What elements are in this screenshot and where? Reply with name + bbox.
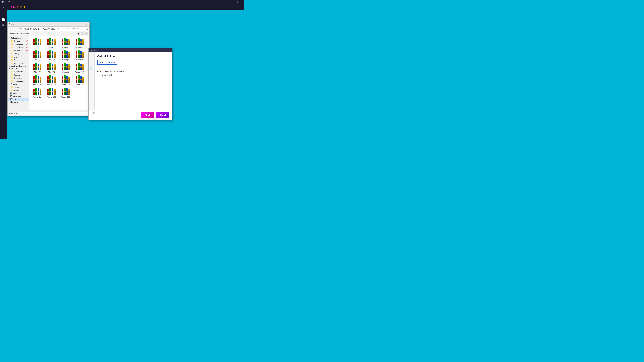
output-main: Output Folder TAP TO CHOOSE File(s) to b… [94, 52, 172, 110]
filename-input[interactable] [19, 112, 88, 115]
refresh-button[interactable]: ↻ [19, 27, 23, 31]
sidebar-item-3dobjects[interactable]: 📁 3D Objects [8, 70, 29, 73]
sidebar-item-pictures2[interactable]: 📁 Pictures [8, 86, 29, 89]
sidebar-item-winrar-sep[interactable]: 📁 WINRAR SEP 13 [8, 62, 29, 65]
file-item-390609[interactable]: 390609 [45, 37, 58, 49]
pin-icon-4: 📌 [26, 50, 28, 51]
this-pc-label: This PC [11, 68, 18, 70]
sidebar-item-documents2[interactable]: 📁 Documents [8, 76, 29, 80]
file-item-winrar18[interactable]: Winrar (18) [73, 75, 86, 86]
tap-choose-button[interactable]: TAP TO CHOOSE [97, 60, 118, 65]
file-item-winrar1[interactable]: Winrar (1) [59, 37, 72, 49]
sidebar-item-videos[interactable]: 📁 Videos [8, 89, 29, 92]
list-view-btn[interactable]: ☰ [81, 32, 84, 35]
output-back-icon[interactable]: ← [89, 54, 94, 58]
grid-view-btn[interactable]: ▦ [77, 32, 80, 35]
file-label: Winrar (12) [47, 84, 56, 86]
sidebar-item-oned[interactable]: 📁 ONE (D:) [8, 52, 29, 55]
file-item-winrar11[interactable]: Winrar (11) [31, 75, 44, 86]
help-btn[interactable]: ? [85, 32, 88, 35]
sidebar-item-desktop[interactable]: 📁 Desktop 📌 [8, 39, 29, 42]
minimize-btn[interactable]: ─ [233, 1, 236, 3]
output-restore-btn[interactable]: □ [165, 49, 167, 52]
file-item-winrar17[interactable]: Winrar (17) [59, 75, 72, 86]
oned-folder-icon: 📁 [10, 52, 13, 55]
this-pc-header[interactable]: ▼ This PC [8, 67, 29, 70]
documents2-icon: 📁 [10, 77, 13, 79]
sidebar-item-downloads2[interactable]: 📁 Downloads [8, 80, 29, 83]
file-item-winrar10[interactable]: Winrar (10) [73, 62, 86, 74]
file-item-winrar8[interactable]: Winrar (8) [45, 62, 58, 74]
file-label: 390609 [49, 46, 54, 48]
dialog-title-text: Open [9, 23, 14, 25]
search-placeholder: Search 4k [71, 28, 79, 30]
sidebar-item-temp[interactable]: 📁 temp [8, 55, 29, 58]
back-button[interactable]: ← [8, 27, 12, 31]
dialog-close-button[interactable]: ✕ [85, 23, 88, 26]
sidebar-item-osc[interactable]: 💾 OS (C:) [8, 92, 29, 95]
sidebar-item-documents[interactable]: 📁 Documents 📌 [8, 46, 29, 49]
downloads-folder-icon: 📁 [10, 43, 13, 45]
settings-icon[interactable]: ⚙ [91, 110, 96, 115]
quick-access-label: Quick access [11, 37, 22, 39]
file-item-winrar9[interactable]: Winrar (9) [59, 62, 72, 74]
sidebar-item-oned2[interactable]: 💾 ONE (D:) [8, 95, 29, 98]
pin-icon-3: 📌 [26, 46, 28, 48]
sidebar-item-temp2[interactable]: 📁 Temp [8, 58, 29, 62]
file-item-winrar2[interactable]: Winrar (2) [73, 37, 86, 49]
list-icon[interactable]: ☰ [1, 23, 6, 28]
abort-button[interactable]: Abort [156, 112, 170, 118]
file-item-winrar7[interactable]: Winrar (7) [31, 62, 44, 74]
search-icon[interactable]: 🔍 [86, 28, 88, 30]
output-close-btn[interactable]: ✕ [168, 49, 171, 52]
back-nav-icon[interactable]: ← [1, 5, 6, 10]
file-label: Winrar (10) [76, 71, 84, 73]
pin-icon-2: 📌 [26, 43, 28, 45]
file-label: Winrar (7) [34, 71, 41, 73]
home-icon[interactable]: ⌂ [1, 11, 6, 16]
sidebar-item-music[interactable]: 🎵 Music [8, 83, 29, 86]
file-item-winrar5[interactable]: Winrar (5) [59, 50, 72, 61]
title-bar: RAR PRO ─ □ ✕ [0, 0, 244, 4]
onedrive-header[interactable]: ▶ OneDrive - Personal [8, 65, 29, 67]
file-icon[interactable]: 📄 [1, 17, 6, 22]
desktop-folder-icon: 📁 [10, 40, 13, 42]
file-item-winrar20[interactable]: Winrar (20) [45, 87, 58, 99]
sidebar-item-desktop2[interactable]: 📁 Desktop [8, 73, 29, 76]
new-folder-button[interactable]: New folder [20, 33, 29, 35]
breadcrumb-dropdown[interactable]: ▼ [67, 28, 69, 30]
sidebar-item-twoe[interactable]: 💾 TWO (E:) [8, 98, 29, 100]
sidebar-item-downloads[interactable]: 📁 Downloads 📌 [8, 42, 29, 46]
output-list-icon[interactable]: ☰ [89, 73, 94, 77]
output-dialog: RAR PRO ─ □ ✕ ← ⌂ 📄 ☰ Output Folder TAP … [88, 48, 172, 120]
file-item-winrar21[interactable]: Winrar (21) [59, 87, 72, 99]
network-header[interactable]: ▶ Network [8, 100, 29, 103]
sidebar-item-pictures[interactable]: 📁 Pictures 📌 [8, 49, 29, 52]
up-button[interactable]: ↑ [16, 27, 19, 31]
quick-access-header[interactable]: ▼ Quick access [8, 37, 29, 39]
title-bar-controls: ─ □ ✕ [233, 1, 243, 3]
output-left-sidebar: ← ⌂ 📄 ☰ [88, 52, 94, 110]
desktop-label: Desktop [14, 40, 20, 42]
output-minimize-btn[interactable]: ─ [161, 49, 164, 52]
file-item-winrar19[interactable]: Winrar (19) [31, 87, 44, 99]
documents-folder-icon: 📁 [10, 46, 13, 49]
file-item-winrar4[interactable]: Winrar (4) [45, 50, 58, 61]
title-bar-text: RAR PRO [1, 1, 10, 3]
forward-button[interactable]: → [12, 27, 15, 31]
file-label: Winrar (11) [33, 84, 42, 86]
music-label: Music [13, 83, 18, 85]
file-item-4k[interactable]: 4k [31, 37, 44, 49]
restore-btn[interactable]: □ [236, 1, 239, 3]
file-item-winrar12[interactable]: Winrar (12) [45, 75, 58, 86]
output-controls: ─ □ ✕ [161, 49, 171, 52]
twoe-label: TWO (E:) [13, 98, 21, 100]
search-box[interactable]: Search 4k 🔍 [70, 27, 89, 31]
file-item-winrar3[interactable]: Winrar (3) [31, 50, 44, 61]
close-btn[interactable]: ✕ [240, 1, 243, 3]
organize-button[interactable]: Organize ▼ [9, 33, 18, 35]
output-home-icon[interactable]: ⌂ [89, 60, 94, 65]
output-file-icon[interactable]: 📄 [89, 66, 94, 71]
start-button[interactable]: Start [140, 112, 154, 118]
file-item-winrar6[interactable]: Winrar (6) [73, 50, 86, 61]
